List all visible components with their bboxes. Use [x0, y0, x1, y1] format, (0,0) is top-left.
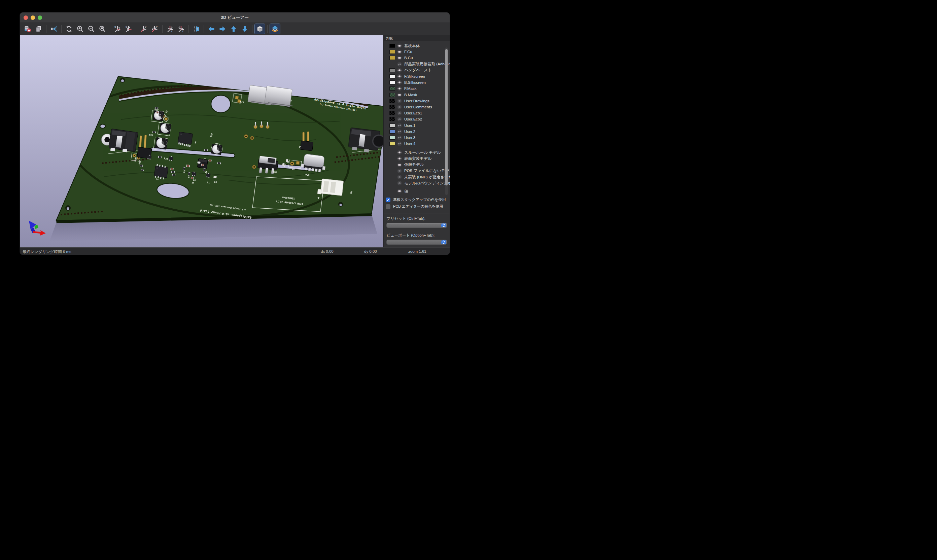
- visibility-off-eye-icon[interactable]: [397, 181, 402, 185]
- visibility-on-eye-icon[interactable]: [397, 150, 402, 155]
- model-row--[interactable]: 表面実装モデル: [384, 155, 450, 162]
- layer-color-swatch[interactable]: [389, 93, 395, 97]
- visibility-on-eye-icon[interactable]: [397, 189, 402, 194]
- reload-board-button[interactable]: [22, 23, 33, 34]
- visibility-off-eye-icon[interactable]: [397, 123, 402, 128]
- visibility-on-eye-icon[interactable]: [397, 156, 402, 161]
- layer-row-F.Silkscreen[interactable]: F.Silkscreen: [384, 73, 450, 79]
- model-row--[interactable]: モデルのバウンディングボックス: [384, 180, 450, 186]
- visibility-off-eye-icon[interactable]: [397, 129, 402, 134]
- checkbox-stackup-colors[interactable]: [386, 198, 391, 202]
- layer-row-F.Cu[interactable]: F.Cu: [384, 49, 450, 55]
- move-right-button[interactable]: [217, 23, 228, 34]
- layer-color-swatch[interactable]: [389, 142, 395, 146]
- orthographic-projection-toggle[interactable]: [254, 23, 265, 34]
- visibility-off-eye-icon[interactable]: [397, 105, 402, 109]
- layer-row-User.4[interactable]: User.4: [384, 141, 450, 147]
- layer-row-User.Eco1[interactable]: User.Eco1: [384, 110, 450, 116]
- copy-image-button[interactable]: [33, 23, 44, 34]
- layer-color-swatch[interactable]: [389, 105, 395, 109]
- layer-color-swatch[interactable]: [389, 50, 395, 54]
- stepper-icon[interactable]: [441, 223, 446, 227]
- layer-row-User.Comments[interactable]: User.Comments: [384, 104, 450, 110]
- layer-row-User.Eco2[interactable]: User.Eco2: [384, 116, 450, 122]
- layer-row-User.3[interactable]: User.3: [384, 135, 450, 141]
- layer-label: F.Mask: [404, 86, 450, 91]
- layer-color-swatch[interactable]: [389, 111, 395, 115]
- rotate-y-clockwise-button[interactable]: Y: [138, 23, 149, 34]
- model-row-POS-[interactable]: POS ファイルにないモデル: [384, 168, 450, 174]
- layer-color-swatch[interactable]: [389, 99, 395, 103]
- layer-color-swatch[interactable]: [389, 56, 395, 60]
- preset-combobox[interactable]: [386, 223, 447, 228]
- visibility-off-eye-icon[interactable]: [397, 117, 402, 122]
- show-layers-toggle[interactable]: [269, 23, 280, 34]
- visibility-off-eye-icon[interactable]: [397, 169, 402, 173]
- visibility-off-eye-icon[interactable]: [397, 175, 402, 179]
- flip-board-button[interactable]: [191, 23, 202, 34]
- use-stackup-colors-row[interactable]: 基板スタックアップの色を使用: [384, 197, 450, 203]
- model-row--[interactable]: スルーホール モデル: [384, 149, 450, 155]
- visibility-off-eye-icon[interactable]: [397, 135, 402, 140]
- visibility-on-eye-icon[interactable]: [397, 80, 402, 85]
- rotate-z-counterclockwise-button[interactable]: Z: [176, 23, 186, 34]
- layer-color-swatch[interactable]: [389, 135, 395, 140]
- model-row--DNP-[interactable]: 未実装 (DNP) が指定されたモデル: [384, 174, 450, 180]
- layer-color-swatch[interactable]: [389, 68, 395, 72]
- layer-row-F.Mask[interactable]: F.Mask: [384, 86, 450, 92]
- scrollbar-thumb[interactable]: [445, 49, 448, 185]
- viewport-combobox[interactable]: [386, 240, 447, 245]
- zoom-to-fit-button[interactable]: [97, 23, 108, 34]
- layer-color-swatch[interactable]: [389, 129, 395, 134]
- 3d-viewport-canvas[interactable]: Exidiophone v6.0 Audio Board (c) Tomoya …: [20, 35, 384, 247]
- layer-color-swatch[interactable]: [389, 117, 395, 121]
- rotate-z-clockwise-button[interactable]: Z: [165, 23, 175, 34]
- layer-row-B.Cu[interactable]: B.Cu: [384, 55, 450, 61]
- visibility-on-eye-icon[interactable]: [397, 92, 402, 97]
- layer-row-User.1[interactable]: User.1: [384, 122, 450, 128]
- refresh-view-button[interactable]: [64, 23, 74, 34]
- layer-color-swatch[interactable]: [389, 74, 395, 78]
- layer-row--[interactable]: 基板本体: [384, 43, 450, 49]
- layer-row-B.Mask[interactable]: B.Mask: [384, 92, 450, 98]
- visibility-on-eye-icon[interactable]: [397, 163, 402, 167]
- rotate-y-counterclockwise-button[interactable]: Y: [149, 23, 160, 34]
- layer-color-swatch[interactable]: [389, 44, 395, 48]
- layer-row-User.Drawings[interactable]: User.Drawings: [384, 98, 450, 104]
- visibility-off-eye-icon[interactable]: [397, 98, 402, 103]
- move-left-button[interactable]: [206, 23, 217, 34]
- titlebar[interactable]: 3D ビューアー: [20, 12, 450, 23]
- scrollbar[interactable]: [445, 48, 448, 195]
- visibility-on-eye-icon[interactable]: [397, 68, 402, 73]
- layer-color-swatch[interactable]: [389, 123, 395, 128]
- checkbox-pcb-editor-copper[interactable]: [386, 204, 391, 209]
- visibility-on-eye-icon[interactable]: [397, 86, 402, 91]
- visibility-off-eye-icon[interactable]: [397, 111, 402, 115]
- layer-color-swatch[interactable]: [389, 80, 395, 85]
- rotate-x-counterclockwise-button[interactable]: X: [123, 23, 134, 34]
- visibility-on-eye-icon[interactable]: [397, 43, 402, 48]
- move-down-button[interactable]: [239, 23, 250, 34]
- stepper-icon[interactable]: [441, 240, 446, 244]
- layer-row--Adhesive-[interactable]: 部品実装用接着剤 (Adhesive): [384, 61, 450, 67]
- visibility-off-eye-icon[interactable]: [397, 142, 402, 146]
- rotate-x-clockwise-button[interactable]: X: [112, 23, 123, 34]
- visibility-on-eye-icon[interactable]: [397, 49, 402, 54]
- model-row--[interactable]: 値: [384, 188, 450, 194]
- layer-color-swatch[interactable]: [389, 86, 395, 91]
- move-up-button[interactable]: [228, 23, 239, 34]
- toolbar-separator: [46, 25, 46, 33]
- layer-row-User.2[interactable]: User.2: [384, 129, 450, 135]
- visibility-on-eye-icon[interactable]: [397, 74, 402, 79]
- copy-icon: [35, 25, 42, 33]
- layer-label: モデルのバウンディングボックス: [404, 181, 450, 186]
- layer-row--[interactable]: ハンダペースト: [384, 67, 450, 73]
- raytracing-button[interactable]: [48, 23, 59, 34]
- visibility-off-eye-icon[interactable]: [397, 62, 402, 67]
- use-pcb-editor-copper-row[interactable]: PCB エディターの銅色を使用: [384, 203, 450, 210]
- zoom-in-button[interactable]: [75, 23, 86, 34]
- layer-row-B.Silkscreen[interactable]: B.Silkscreen: [384, 79, 450, 86]
- model-row--[interactable]: 仮想モデル: [384, 162, 450, 168]
- zoom-out-button[interactable]: [86, 23, 97, 34]
- visibility-on-eye-icon[interactable]: [397, 55, 402, 60]
